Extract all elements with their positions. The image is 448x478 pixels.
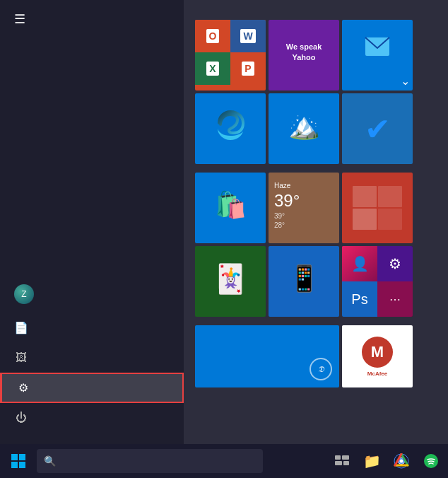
mcafee-shield: M — [362, 337, 393, 368]
office-icon-p: P — [230, 52, 266, 85]
sidebar-item-power[interactable]: ⏻ — [0, 403, 184, 433]
sidebar-item-settings[interactable]: ⚙ — [0, 373, 184, 403]
chrome-icon — [394, 453, 409, 469]
start-menu: ☰ Z 📄 🖼 ⚙ ⏻ — [0, 0, 448, 444]
photos-icon: 🏔️ — [288, 111, 320, 141]
svg-rect-2 — [19, 454, 25, 460]
play-cell-2: ⚙ — [377, 246, 413, 281]
weather-content: Haze 39° 39° 28° — [269, 173, 339, 238]
avatar: Z — [14, 284, 34, 304]
check-icon: ✔ — [365, 111, 391, 147]
dell-logo: 𝔇 — [310, 358, 332, 380]
tile-play-label — [345, 308, 350, 314]
taskbar-icons: 📁 — [328, 444, 445, 478]
tile-store-label — [195, 238, 201, 243]
play-collage: 👤 ⚙ Ps ⋯ — [342, 246, 413, 317]
mail-chevron: ⌄ — [401, 74, 410, 88]
edge-icon — [213, 109, 247, 143]
svg-rect-8 — [343, 461, 349, 465]
productivity-tiles: O W X P We speakYahoo — [195, 20, 437, 164]
tile-photos[interactable]: 🏔️ — [269, 93, 339, 164]
tile-photos-label — [269, 158, 274, 164]
weather-temp: 39° — [274, 191, 300, 211]
tile-edge-label — [195, 158, 201, 164]
tile-mcafee[interactable]: M McAfee — [342, 325, 413, 387]
edge-svg — [213, 109, 247, 143]
tile-ms-store[interactable]: 🛍️ — [195, 173, 266, 243]
tile-edge[interactable] — [195, 93, 266, 164]
sidebar: ☰ Z 📄 🖼 ⚙ ⏻ — [0, 0, 184, 444]
phone-icon: 📱 — [288, 264, 320, 293]
news-icon — [342, 173, 413, 243]
tile-your-phone[interactable]: 📱 — [269, 246, 339, 317]
tile-my-dell[interactable]: 𝔇 — [195, 325, 339, 387]
weather-low: 28° — [274, 221, 285, 229]
mcafee-icon: M McAfee — [362, 337, 393, 377]
mail-icons — [365, 37, 390, 57]
tile-solitaire-label — [195, 311, 201, 317]
tile-news[interactable] — [342, 173, 413, 243]
tile-office[interactable]: O W X P — [195, 20, 266, 91]
weather-city: Haze — [274, 182, 290, 190]
start-button[interactable] — [3, 444, 34, 478]
spotify-button[interactable] — [417, 444, 445, 478]
tile-play[interactable]: 👤 ⚙ Ps ⋯ — [342, 246, 413, 317]
solitaire-icon: 🃏 — [213, 262, 248, 296]
store-icon: 🛍️ — [215, 190, 247, 220]
svg-rect-5 — [335, 455, 341, 460]
yahoo-text: We speakYahoo — [286, 42, 322, 64]
task-view-button[interactable] — [328, 444, 356, 478]
weather-minmax: 39° — [274, 212, 285, 220]
news-grid — [353, 186, 402, 230]
office-icon-x: X — [195, 52, 230, 85]
tile-office-label — [195, 85, 201, 91]
tile-phone-label — [269, 311, 274, 317]
chrome-button[interactable] — [387, 444, 415, 478]
svg-rect-3 — [11, 462, 18, 468]
settings-icon: ⚙ — [16, 381, 30, 395]
tile-check[interactable]: ✔ — [342, 93, 413, 164]
explore-tiles: 🛍️ Haze 39° 39° 28° — [195, 173, 437, 317]
taskbar: 🔍 📁 — [0, 444, 448, 478]
tile-yahoo-mail[interactable]: We speakYahoo — [269, 20, 339, 91]
tile-solitaire[interactable]: 🃏 — [195, 246, 266, 317]
svg-rect-4 — [19, 462, 25, 468]
tile-weather-label — [269, 238, 274, 243]
sidebar-item-documents[interactable]: 📄 — [0, 313, 184, 343]
documents-icon: 📄 — [14, 321, 28, 334]
spotify-icon — [423, 453, 439, 469]
pictures-icon: 🖼 — [14, 351, 28, 364]
task-view-icon — [335, 455, 349, 467]
search-icon: 🔍 — [44, 455, 56, 467]
sidebar-item-pictures[interactable]: 🖼 — [0, 343, 184, 373]
dell-tiles: 𝔇 M McAfee — [195, 325, 437, 387]
office-icon-w: W — [230, 20, 266, 52]
sidebar-top: ☰ — [0, 0, 184, 38]
office-icon-o: O — [195, 20, 230, 52]
tiles-area: O W X P We speakYahoo — [184, 0, 448, 444]
svg-rect-7 — [335, 461, 342, 465]
mcafee-label: McAfee — [367, 371, 387, 377]
svg-point-12 — [400, 460, 403, 463]
search-bar[interactable]: 🔍 — [37, 449, 263, 473]
mail-icon — [365, 37, 390, 57]
office-icons-grid: O W X P — [195, 20, 266, 85]
sidebar-user[interactable]: Z — [0, 276, 184, 313]
file-explorer-button[interactable]: 📁 — [358, 444, 386, 478]
play-cell-4: ⋯ — [377, 281, 413, 317]
tile-mail-label — [269, 85, 274, 91]
power-icon: ⏻ — [14, 412, 28, 424]
hamburger-icon[interactable]: ☰ — [14, 11, 25, 27]
tile-mail[interactable]: ⌄ — [342, 20, 413, 91]
windows-logo — [11, 454, 25, 468]
play-cell-1: 👤 — [342, 246, 377, 281]
svg-rect-1 — [11, 454, 18, 460]
svg-rect-6 — [342, 455, 349, 460]
tile-weather[interactable]: Haze 39° 39° 28° — [269, 173, 339, 243]
folder-icon: 📁 — [363, 453, 381, 470]
